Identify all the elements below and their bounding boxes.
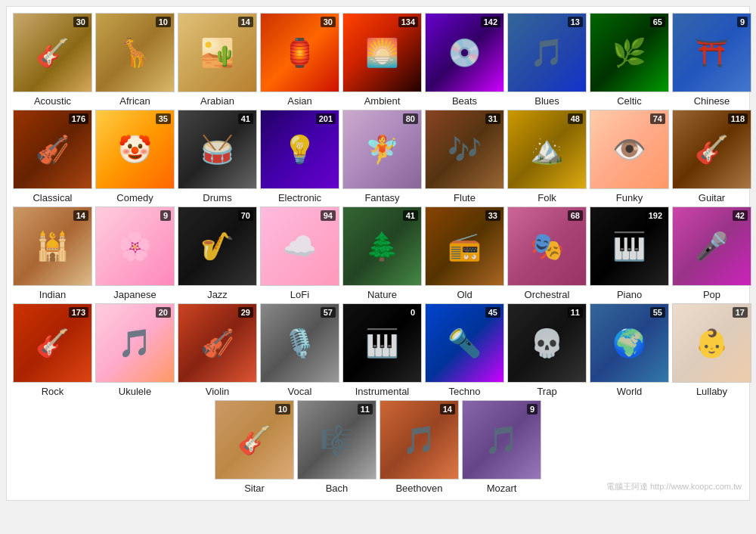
genre-card-comedy[interactable]: 🤡35Comedy — [95, 110, 175, 203]
techno-icon: 🔦 — [448, 328, 482, 359]
beethoven-label: Beethoven — [395, 483, 442, 494]
world-label: World — [617, 386, 643, 397]
drums-icon: 🥁 — [200, 134, 234, 166]
genre-card-indian[interactable]: 🕌14Indian — [13, 206, 92, 300]
celtic-count: 65 — [650, 17, 665, 27]
piano-count: 192 — [646, 210, 665, 221]
genre-card-pop[interactable]: 🎤42Pop — [672, 206, 751, 300]
genre-card-fantasy[interactable]: 🧚80Fantasy — [342, 110, 422, 203]
genre-grid: 🎸30Acoustic🦒10African🏜️14Arabian🏮30Asian… — [6, 6, 750, 501]
genre-card-old[interactable]: 📻33Old — [425, 206, 504, 300]
genre-card-blues[interactable]: 🎵13Blues — [507, 13, 587, 107]
genre-card-mozart[interactable]: 🎵9Mozart — [462, 400, 541, 494]
celtic-icon: 🌿 — [612, 37, 646, 69]
genre-card-orchestral[interactable]: 🎭68Orchestral — [507, 206, 587, 300]
folk-count: 48 — [568, 113, 583, 124]
genre-card-beethoven[interactable]: 🎵14Beethoven — [380, 400, 459, 494]
orchestral-label: Orchestral — [525, 289, 570, 300]
nature-count: 41 — [403, 210, 418, 221]
ambient-count: 134 — [398, 17, 418, 27]
violin-icon: 🎻 — [200, 328, 234, 359]
nature-icon: 🌲 — [365, 231, 399, 262]
genre-card-piano[interactable]: 🎹192Piano — [590, 206, 669, 300]
genre-card-jazz[interactable]: 🎷70Jazz — [178, 206, 257, 300]
genre-card-african[interactable]: 🦒10African — [95, 13, 175, 107]
classical-count: 176 — [69, 113, 88, 124]
genre-card-folk[interactable]: 🏔️48Folk — [507, 110, 587, 203]
electronic-label: Electronic — [278, 192, 321, 203]
folk-icon: 🏔️ — [530, 134, 564, 166]
genre-card-lullaby[interactable]: 👶17Lullaby — [672, 303, 751, 397]
comedy-label: Comedy — [116, 192, 153, 203]
genre-card-violin[interactable]: 🎻29Violin — [178, 303, 257, 397]
nature-label: Nature — [367, 289, 397, 300]
rock-label: Rock — [42, 386, 64, 397]
vocal-icon: 🎙️ — [283, 328, 317, 359]
trap-label: Trap — [537, 386, 556, 397]
genre-card-trap[interactable]: 💀11Trap — [507, 303, 587, 397]
pop-icon: 🎤 — [695, 231, 729, 262]
vocal-label: Vocal — [288, 386, 312, 397]
beats-icon: 💿 — [448, 37, 482, 69]
genre-card-sitar[interactable]: 🎸10Sitar — [215, 400, 294, 494]
genre-card-drums[interactable]: 🥁41Drums — [178, 110, 257, 203]
genre-card-ukulele[interactable]: 🎵20Ukulele — [95, 303, 175, 397]
violin-label: Violin — [206, 386, 230, 397]
genre-card-vocal[interactable]: 🎙️57Vocal — [260, 303, 339, 397]
genre-card-japanese[interactable]: 🌸9Japanese — [95, 206, 175, 300]
lofi-icon: ☁️ — [283, 231, 317, 262]
violin-count: 29 — [238, 307, 253, 318]
african-label: African — [119, 95, 150, 107]
genre-card-ambient[interactable]: 🌅134Ambient — [342, 13, 422, 107]
genre-card-funky[interactable]: 👁️74Funky — [590, 110, 669, 203]
rock-count: 173 — [69, 307, 88, 318]
lullaby-label: Lullaby — [696, 386, 727, 397]
drums-count: 41 — [238, 113, 253, 124]
guitar-label: Guitar — [699, 192, 725, 203]
classical-icon: 🎻 — [36, 134, 70, 166]
world-icon: 🌍 — [612, 328, 646, 359]
arabian-icon: 🏜️ — [200, 37, 234, 69]
orchestral-count: 68 — [568, 210, 583, 221]
flute-icon: 🎶 — [448, 134, 482, 166]
chinese-label: Chinese — [694, 95, 730, 107]
genre-card-instrumental[interactable]: 🎹0Instrumental — [342, 303, 422, 397]
genre-card-electronic[interactable]: 💡201Electronic — [260, 110, 339, 203]
genre-card-bach[interactable]: 🎼11Bach — [297, 400, 376, 494]
genre-card-classical[interactable]: 🎻176Classical — [13, 110, 92, 203]
indian-label: Indian — [39, 289, 66, 300]
genre-card-acoustic[interactable]: 🎸30Acoustic — [13, 13, 92, 107]
chinese-count: 9 — [737, 17, 748, 27]
japanese-count: 9 — [160, 210, 171, 221]
comedy-icon: 🤡 — [118, 134, 152, 166]
genre-card-beats[interactable]: 💿142Beats — [425, 13, 504, 107]
genre-card-rock[interactable]: 🎸173Rock — [13, 303, 92, 397]
comedy-count: 35 — [156, 113, 171, 124]
bach-label: Bach — [326, 483, 349, 494]
genre-card-guitar[interactable]: 🎸118Guitar — [672, 110, 751, 203]
genre-card-asian[interactable]: 🏮30Asian — [260, 13, 339, 107]
acoustic-label: Acoustic — [34, 95, 71, 107]
sitar-label: Sitar — [244, 483, 265, 494]
asian-icon: 🏮 — [283, 37, 317, 69]
old-count: 33 — [485, 210, 500, 221]
vocal-count: 57 — [321, 307, 336, 318]
flute-count: 31 — [485, 113, 500, 124]
genre-card-chinese[interactable]: ⛩️9Chinese — [672, 13, 751, 107]
bach-count: 11 — [358, 404, 373, 414]
genre-card-techno[interactable]: 🔦45Techno — [425, 303, 504, 397]
mozart-icon: 🎵 — [485, 424, 519, 456]
old-icon: 📻 — [448, 231, 482, 262]
ukulele-count: 20 — [156, 307, 171, 318]
genre-card-lofi[interactable]: ☁️94LoFi — [260, 206, 339, 300]
techno-label: Techno — [449, 386, 481, 397]
japanese-label: Japanese — [113, 289, 156, 300]
funky-count: 74 — [650, 113, 665, 124]
guitar-icon: 🎸 — [695, 134, 729, 166]
genre-card-arabian[interactable]: 🏜️14Arabian — [178, 13, 257, 107]
genre-card-world[interactable]: 🌍55World — [590, 303, 669, 397]
genre-card-celtic[interactable]: 🌿65Celtic — [590, 13, 669, 107]
genre-card-flute[interactable]: 🎶31Flute — [425, 110, 504, 203]
genre-card-nature[interactable]: 🌲41Nature — [342, 206, 422, 300]
world-count: 55 — [650, 307, 665, 318]
